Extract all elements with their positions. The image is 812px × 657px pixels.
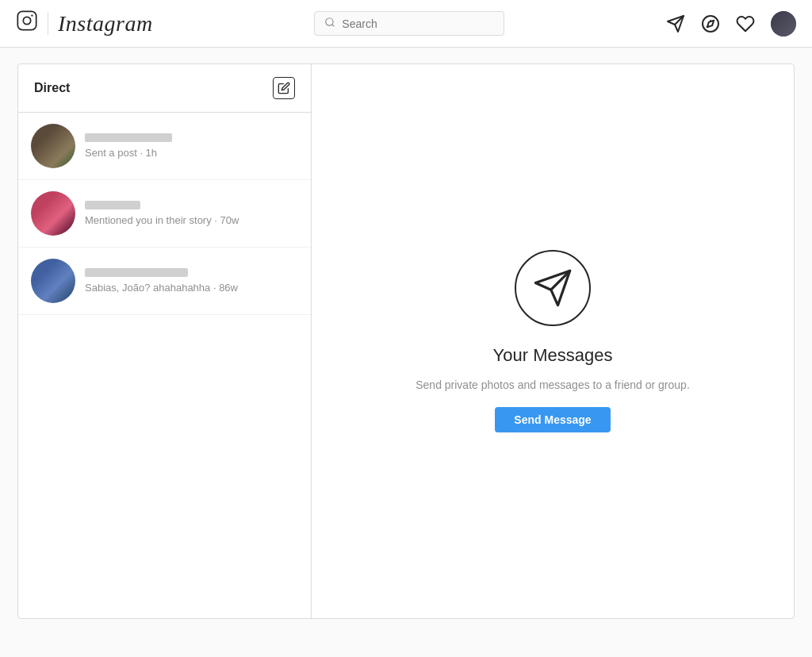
message-preview: Sabias, João? ahahahahha · 86w: [85, 282, 238, 294]
header-right: [666, 11, 796, 36]
avatar: [31, 191, 75, 236]
svg-point-3: [326, 18, 333, 25]
message-info: Mentioned you in their story · 70w: [85, 201, 298, 227]
right-panel: Your Messages Send private photos and me…: [312, 64, 794, 618]
direct-messages-circle-icon: [515, 250, 591, 326]
search-icon: [324, 17, 335, 30]
message-info: Sent a post · 1h: [85, 133, 298, 159]
svg-point-7: [703, 16, 718, 32]
svg-point-1: [23, 17, 30, 24]
message-list: Sent a post · 1h Mentioned you in their …: [18, 113, 311, 618]
likes-icon[interactable]: [736, 14, 755, 33]
send-message-button[interactable]: Send Message: [495, 407, 610, 432]
brand-name: Instagram: [58, 11, 153, 36]
header-center: [153, 11, 666, 36]
username-bar: [85, 268, 188, 277]
list-item[interactable]: Sabias, João? ahahahahha · 86w: [18, 248, 311, 315]
your-messages-title: Your Messages: [493, 345, 613, 366]
instagram-logo-icon: [16, 10, 38, 37]
svg-rect-0: [17, 11, 36, 29]
direct-messages-icon[interactable]: [666, 14, 685, 33]
main-content: Direct Sent a post · 1h: [0, 48, 812, 657]
avatar: [31, 124, 75, 168]
username-bar: [85, 201, 140, 209]
search-bar[interactable]: [314, 11, 504, 36]
header-divider: [48, 13, 48, 35]
avatar: [31, 259, 75, 303]
svg-line-4: [332, 25, 335, 27]
profile-avatar[interactable]: [771, 11, 796, 36]
direct-card: Direct Sent a post · 1h: [17, 63, 795, 619]
message-preview: Sent a post · 1h: [85, 147, 157, 159]
message-info: Sabias, João? ahahahahha · 86w: [85, 268, 298, 294]
username-bar: [85, 133, 172, 142]
header-left: Instagram: [16, 10, 153, 37]
message-preview: Mentioned you in their story · 70w: [85, 214, 239, 226]
left-panel: Direct Sent a post · 1h: [18, 64, 312, 618]
panel-header: Direct: [18, 64, 311, 113]
header: Instagram: [0, 0, 812, 48]
list-item[interactable]: Mentioned you in their story · 70w: [18, 180, 311, 248]
svg-marker-9: [707, 20, 714, 26]
your-messages-subtitle: Send private photos and messages to a fr…: [416, 378, 690, 391]
panel-title: Direct: [34, 81, 70, 95]
svg-point-2: [31, 14, 33, 16]
compose-button[interactable]: [273, 77, 295, 99]
list-item[interactable]: Sent a post · 1h: [18, 113, 311, 180]
search-input[interactable]: [342, 17, 494, 30]
explore-icon[interactable]: [701, 14, 720, 33]
